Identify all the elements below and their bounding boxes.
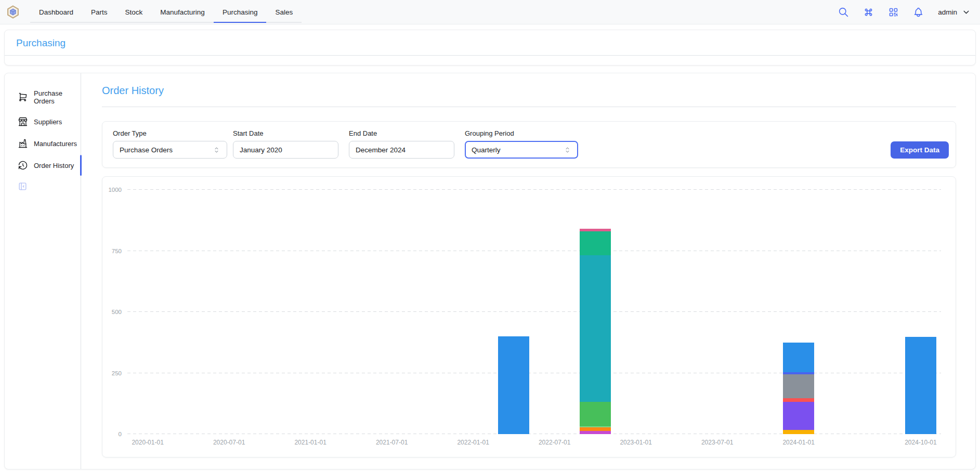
start-date-label: Start Date (233, 129, 338, 137)
x-axis-label: 2024-01-01 (782, 439, 814, 446)
x-axis-label: 2024-10-01 (905, 439, 936, 446)
tab-sales[interactable]: Sales (266, 0, 302, 24)
tab-stock[interactable]: Stock (116, 0, 152, 24)
bar-segment (783, 343, 814, 372)
chart-bar-2022-04-01[interactable] (498, 336, 529, 434)
tab-purchasing[interactable]: Purchasing (214, 0, 267, 24)
chart-bar-2024-01-01[interactable] (783, 343, 814, 434)
sidebar-item-purchase-orders[interactable]: Purchase Orders (5, 84, 81, 111)
gridline (127, 311, 941, 312)
command-icon[interactable] (863, 7, 874, 18)
y-axis-label: 0 (119, 431, 122, 437)
export-data-button[interactable]: Export Data (891, 141, 949, 159)
grouping-period-label: Grouping Period (465, 129, 578, 137)
sidebar-item-suppliers[interactable]: Suppliers (5, 111, 81, 133)
qr-code-icon[interactable] (888, 7, 899, 18)
x-axis-label: 2020-01-01 (132, 439, 163, 446)
order-type-select[interactable]: Purchase Orders (113, 141, 227, 159)
x-axis-label: 2020-07-01 (213, 439, 245, 446)
x-axis-label: 2023-07-01 (701, 439, 733, 446)
page-header-card: Purchasing (4, 30, 976, 66)
header-divider (5, 55, 975, 65)
bell-icon[interactable] (913, 7, 924, 18)
gridline (127, 434, 941, 434)
username: admin (938, 8, 957, 16)
chart-bar-2024-10-01[interactable] (905, 337, 936, 434)
chevron-down-icon (962, 8, 971, 17)
x-axis-label: 2021-07-01 (376, 439, 408, 446)
sidebar-item-manufacturers[interactable]: Manufacturers (5, 133, 81, 154)
bar-segment (580, 231, 611, 255)
bar-segment (580, 255, 611, 402)
bar-segment (783, 402, 814, 430)
selector-icon (564, 146, 571, 154)
bar-segment (905, 337, 936, 434)
main-tabs: Dashboard Parts Stock Manufacturing Purc… (30, 0, 302, 24)
x-axis-label: 2022-07-01 (539, 439, 570, 446)
tab-manufacturing[interactable]: Manufacturing (151, 0, 214, 24)
bar-segment (783, 374, 814, 398)
order-type-field: Order Type Purchase Orders (113, 129, 227, 159)
x-axis-label: 2022-01-01 (457, 439, 489, 446)
order-history-chart-card: 025050075010002020-01-012020-07-012021-0… (102, 176, 956, 457)
gridline (127, 251, 941, 251)
store-icon (18, 116, 28, 127)
sidebar-collapse-icon[interactable] (18, 181, 28, 191)
start-date-input[interactable] (233, 141, 338, 159)
sidebar: Purchase Orders Suppliers Manufacturers (5, 73, 81, 469)
order-history-chart: 025050075010002020-01-012020-07-012021-0… (111, 185, 947, 449)
grouping-period-select[interactable]: Quarterly (465, 141, 578, 159)
bar-segment (580, 427, 611, 431)
grouping-period-field: Grouping Period Quarterly (465, 129, 578, 159)
end-date-field: End Date (349, 129, 454, 159)
selector-icon (213, 146, 220, 154)
y-axis-label: 500 (112, 309, 122, 315)
chart-plot-area: 025050075010002020-01-012020-07-012021-0… (127, 190, 941, 434)
bar-segment (783, 398, 814, 402)
x-axis-label: 2021-01-01 (294, 439, 326, 446)
shopping-cart-icon (18, 92, 28, 102)
sidebar-item-order-history[interactable]: Order History (5, 154, 81, 176)
end-date-input[interactable] (349, 141, 454, 159)
bar-segment (580, 402, 611, 426)
page-title: Purchasing (5, 30, 975, 55)
section-divider (102, 107, 956, 107)
navbar: Dashboard Parts Stock Manufacturing Purc… (0, 0, 980, 24)
bar-segment (498, 336, 529, 434)
search-icon[interactable] (838, 7, 849, 18)
start-date-field: Start Date (233, 129, 338, 159)
tab-parts[interactable]: Parts (82, 0, 116, 24)
gridline (127, 373, 941, 373)
chart-bar-2022-10-01[interactable] (580, 229, 611, 434)
navbar-actions: admin (838, 0, 971, 24)
end-date-label: End Date (349, 129, 454, 137)
y-axis-label: 250 (112, 370, 122, 376)
y-axis-label: 1000 (108, 187, 122, 193)
main-panel: Purchase Orders Suppliers Manufacturers (4, 73, 976, 469)
history-icon (18, 160, 28, 171)
app-logo-icon[interactable] (6, 0, 20, 24)
bar-segment (783, 430, 814, 434)
tab-dashboard[interactable]: Dashboard (30, 0, 82, 24)
factory-icon (18, 138, 28, 149)
gridline (127, 189, 941, 190)
bar-segment (580, 431, 611, 434)
x-axis-label: 2023-01-01 (620, 439, 651, 446)
user-menu[interactable]: admin (938, 8, 971, 17)
filter-panel: Order Type Purchase Orders Start Date En… (102, 121, 956, 168)
section-title: Order History (102, 85, 956, 97)
order-type-label: Order Type (113, 129, 227, 137)
order-history-section: Order History Order Type Purchase Orders… (81, 73, 975, 469)
y-axis-label: 750 (112, 248, 122, 254)
